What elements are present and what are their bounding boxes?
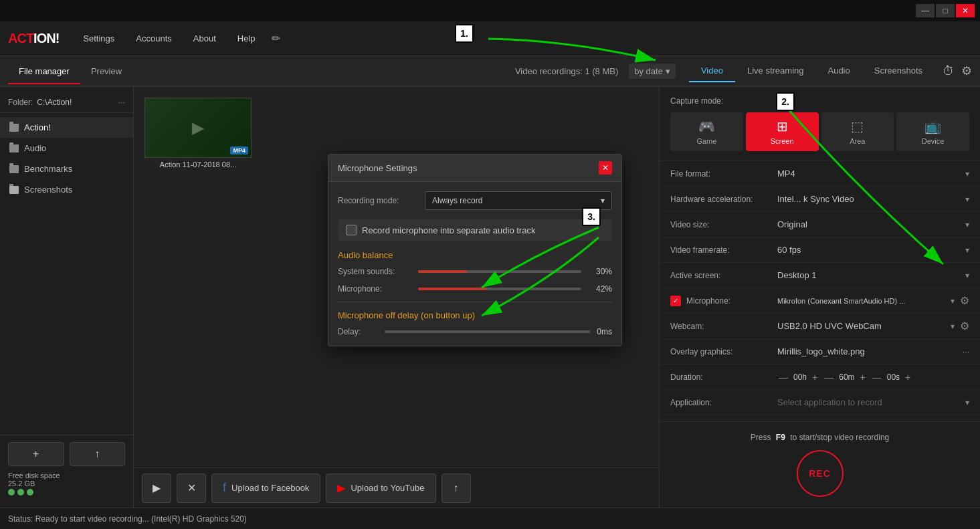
video-fps-value: 60 fps	[777, 245, 801, 255]
hw-accel-value: Intel... k Sync Video	[777, 194, 854, 204]
webcam-label: Webcam:	[670, 322, 777, 331]
application-dropdown[interactable]: Select application to record ▾	[777, 397, 969, 407]
rec-hint-suffix: to start/stop video recording	[790, 433, 889, 442]
youtube-label: Upload to YouTube	[351, 483, 424, 493]
tab-live-streaming[interactable]: Live streaming	[735, 60, 816, 82]
webcam-dropdown[interactable]: USB2.0 HD UVC WebCam ▾	[777, 321, 955, 331]
sidebar-item-action[interactable]: Action!	[0, 117, 133, 138]
video-fps-arrow-icon: ▾	[965, 245, 969, 255]
hw-accel-dropdown[interactable]: Intel... k Sync Video ▾	[777, 194, 969, 204]
separate-track-row[interactable]: Record microphone into separate audio tr…	[338, 219, 612, 241]
sidebar-item-audio[interactable]: Audio	[0, 138, 133, 158]
menu-settings[interactable]: Settings	[72, 28, 125, 49]
timer-icon[interactable]: ⏱	[943, 64, 955, 78]
microphone-checkbox[interactable]: ✓	[670, 296, 681, 306]
tab-screenshots[interactable]: Screenshots	[862, 60, 935, 82]
menu-bar: ACTION! Settings Accounts About Help ✏	[0, 21, 980, 56]
microphone-arrow-icon: ▾	[951, 296, 955, 306]
duration-s-plus[interactable]: +	[904, 372, 912, 383]
microphone-field-label: ✓ Microphone:	[670, 296, 777, 306]
folder-options-icon[interactable]: ···	[118, 98, 125, 107]
tab-preview[interactable]: Preview	[80, 60, 132, 84]
menu-about[interactable]: About	[183, 28, 227, 49]
delay-value: 0ms	[597, 327, 612, 336]
capture-mode-label: Capture mode:	[670, 96, 969, 106]
upload-button[interactable]: ↑	[70, 442, 126, 466]
upload-facebook-button[interactable]: f Upload to Facebook	[211, 473, 320, 503]
duration-h-value: 00h	[793, 373, 807, 382]
microphone-slider[interactable]	[418, 288, 581, 290]
rec-button[interactable]: REC	[797, 450, 844, 497]
microphone-row: ✓ Microphone: Mikrofon (Conexant SmartAu…	[660, 288, 980, 314]
duration-h-minus[interactable]: —	[777, 372, 789, 383]
menu-help[interactable]: Help	[227, 28, 266, 49]
microphone-dropdown[interactable]: Mikrofon (Conexant SmartAudio HD) ... ▾	[777, 296, 955, 306]
video-size-label: Video size:	[670, 220, 777, 229]
recording-mode-dropdown[interactable]: Always record ▾	[425, 191, 612, 210]
duration-h-plus[interactable]: +	[811, 372, 819, 383]
overlay-dots-icon: ···	[963, 347, 969, 356]
sidebar-item-screenshots[interactable]: Screenshots	[0, 179, 133, 200]
tab-video[interactable]: Video	[689, 60, 735, 82]
tab-file-manager[interactable]: File manager	[8, 60, 80, 84]
duration-label: Duration:	[670, 373, 777, 382]
recording-mode-arrow-icon: ▾	[601, 196, 605, 205]
system-sounds-slider[interactable]	[418, 270, 581, 273]
thumb-image: MP4	[144, 98, 252, 158]
modal-close-button[interactable]: ✕	[599, 161, 612, 175]
dot-green	[8, 489, 15, 496]
video-fps-dropdown[interactable]: 60 fps ▾	[777, 245, 969, 255]
minimize-button[interactable]: —	[916, 4, 935, 17]
sidebar-label-action: Action!	[24, 122, 51, 132]
sort-button[interactable]: by date ▾	[629, 64, 676, 79]
hw-accel-arrow-icon: ▾	[965, 195, 969, 204]
duration-s-minus[interactable]: —	[871, 372, 883, 383]
extra-upload-button[interactable]: ↑	[442, 473, 471, 503]
system-sounds-label: System sounds:	[338, 267, 411, 276]
delay-title: Microphone off delay (on button up)	[338, 310, 612, 320]
duration-m-minus[interactable]: —	[823, 372, 835, 383]
play-button[interactable]: ▶	[142, 473, 171, 503]
webcam-gear-icon[interactable]: ⚙	[960, 320, 969, 332]
delay-slider[interactable]	[385, 330, 590, 333]
microphone-fill	[418, 288, 486, 290]
dot-green2	[17, 489, 24, 496]
video-thumbnail[interactable]: MP4 Action 11-07-2018 08...	[144, 98, 252, 457]
modal-title: Microphone Settings	[338, 163, 417, 173]
settings-icon[interactable]: ⚙	[961, 64, 972, 78]
pencil-icon[interactable]: ✏	[266, 27, 286, 50]
microphone-gear-icon[interactable]: ⚙	[960, 294, 969, 307]
sort-label: by date	[634, 66, 663, 76]
capture-mode-area[interactable]: ⬚ Area	[821, 112, 894, 151]
sidebar-item-benchmarks[interactable]: Benchmarks	[0, 158, 133, 179]
video-size-dropdown[interactable]: Original ▾	[777, 219, 969, 229]
maximize-button[interactable]: □	[936, 4, 955, 17]
capture-mode-device[interactable]: 📺 Device	[896, 112, 969, 151]
file-format-dropdown[interactable]: MP4 ▾	[777, 169, 969, 179]
recording-mode-row: Recording mode: Always record ▾	[338, 191, 612, 210]
add-folder-button[interactable]: +	[8, 442, 64, 466]
stop-button[interactable]: ✕	[177, 473, 206, 503]
close-button[interactable]: ✕	[956, 4, 975, 17]
capture-mode-game[interactable]: 🎮 Game	[670, 112, 743, 151]
upload-youtube-button[interactable]: ▶ Upload to YouTube	[326, 473, 435, 503]
capture-mode-screen[interactable]: ⊞ Screen	[746, 112, 819, 151]
rec-hint-text: Press	[751, 433, 771, 442]
capture-mode-screen-label: Screen	[771, 137, 794, 145]
application-row: Application: Select application to recor…	[660, 390, 980, 415]
menu-accounts[interactable]: Accounts	[125, 28, 182, 49]
microphone-value: Mikrofon (Conexant SmartAudio HD) ...	[777, 297, 905, 305]
active-screen-dropdown[interactable]: Desktop 1 ▾	[777, 270, 969, 280]
sidebar-footer: + ↑ Free disk space 25.2 GB	[0, 435, 133, 502]
duration-m-plus[interactable]: +	[859, 372, 867, 383]
youtube-icon: ▶	[337, 482, 345, 494]
capture-mode-area-label: Area	[850, 137, 865, 145]
microphone-modal[interactable]: Microphone Settings ✕ Recording mode: Al…	[328, 154, 622, 346]
overlay-dropdown[interactable]: Mirillis_logo_white.png ···	[777, 346, 969, 356]
capture-mode-device-label: Device	[922, 137, 945, 145]
dot-green3	[27, 489, 33, 496]
tab-audio[interactable]: Audio	[815, 60, 862, 82]
separate-track-checkbox[interactable]	[346, 225, 357, 235]
rec-hint: Press F9 to start/stop video recording	[670, 433, 969, 442]
disk-dots	[8, 489, 125, 496]
